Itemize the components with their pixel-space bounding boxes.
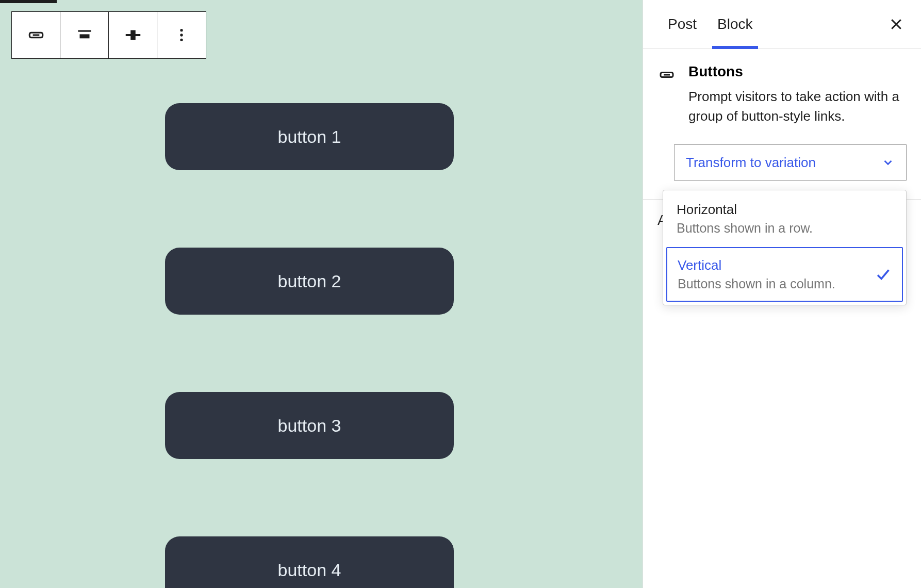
variation-title: Horizontal xyxy=(677,202,893,218)
buttons-block[interactable]: button 1 button 2 button 3 button 4 xyxy=(165,103,454,588)
variation-description: Buttons shown in a column. xyxy=(678,276,869,291)
svg-rect-5 xyxy=(130,30,136,40)
tab-block[interactable]: Block xyxy=(707,0,763,48)
justify-button[interactable] xyxy=(60,12,109,58)
block-type-button[interactable] xyxy=(12,12,60,58)
transform-variation-select[interactable]: Transform to variation xyxy=(674,144,907,181)
checkmark-icon xyxy=(874,266,892,283)
settings-sidebar: Post Block Buttons Prompt visitors to ta… xyxy=(643,0,921,588)
align-button[interactable] xyxy=(109,12,157,58)
editor-canvas[interactable]: button 1 button 2 button 3 button 4 xyxy=(0,0,643,588)
block-info-section: Buttons Prompt visitors to take action w… xyxy=(643,49,921,126)
buttons-block-icon xyxy=(657,66,676,84)
justify-center-icon xyxy=(75,25,94,45)
variation-title: Vertical xyxy=(678,257,869,273)
more-vertical-icon xyxy=(173,27,190,43)
button-block-item[interactable]: button 2 xyxy=(165,248,454,315)
block-toolbar xyxy=(11,11,206,59)
close-icon xyxy=(889,17,904,32)
tab-post[interactable]: Post xyxy=(657,0,707,48)
align-middle-icon xyxy=(123,25,143,45)
variation-option-horizontal[interactable]: Horizontal Buttons shown in a row. xyxy=(663,190,906,247)
buttons-block-icon xyxy=(26,25,46,45)
button-block-item[interactable]: button 4 xyxy=(165,536,454,588)
svg-point-6 xyxy=(180,29,183,31)
variation-popover: Horizontal Buttons shown in a row. Verti… xyxy=(663,190,907,305)
more-options-button[interactable] xyxy=(157,12,206,58)
close-sidebar-button[interactable] xyxy=(884,12,909,37)
top-tab-indicator xyxy=(0,0,57,3)
block-type-icon xyxy=(657,66,676,126)
button-block-item[interactable]: button 1 xyxy=(165,103,454,170)
svg-rect-3 xyxy=(79,34,89,38)
svg-point-8 xyxy=(180,39,183,41)
variation-option-vertical[interactable]: Vertical Buttons shown in a column. xyxy=(666,247,903,302)
svg-point-7 xyxy=(180,34,183,36)
variation-description: Buttons shown in a row. xyxy=(677,221,893,236)
chevron-down-icon xyxy=(881,156,895,169)
sidebar-tabs: Post Block xyxy=(643,0,921,49)
block-description: Prompt visitors to take action with a gr… xyxy=(688,87,907,126)
transform-label: Transform to variation xyxy=(686,155,816,171)
button-block-item[interactable]: button 3 xyxy=(165,392,454,459)
block-title: Buttons xyxy=(688,63,907,80)
